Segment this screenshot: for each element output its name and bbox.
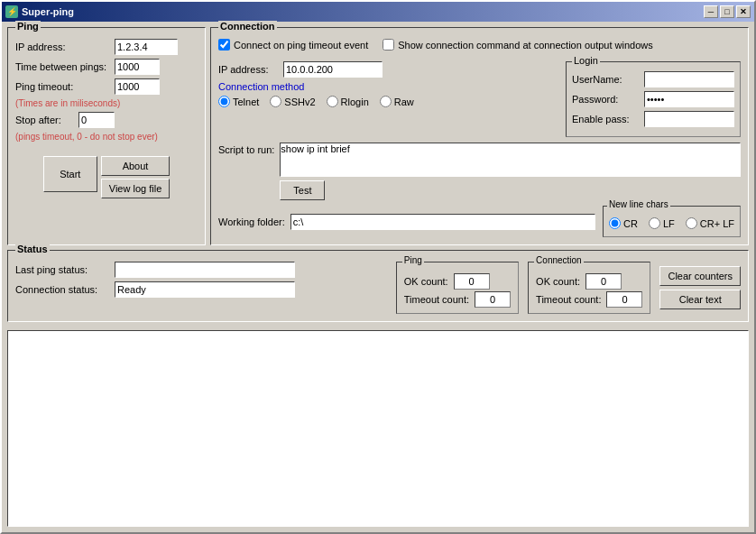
log-textarea[interactable]: [7, 330, 749, 527]
close-button[interactable]: ✕: [736, 5, 751, 18]
newline-radio-row: CR LF CR+ LF: [609, 217, 734, 229]
conn-ok-input: [585, 273, 622, 290]
radio-sshv2[interactable]: [270, 96, 281, 107]
raw-label: Raw: [394, 97, 414, 107]
show-conn-cmd-checkbox[interactable]: [383, 39, 394, 51]
test-button[interactable]: Test: [280, 180, 325, 200]
conn-timeout-label: Timeout count:: [536, 294, 601, 305]
crlf-label: CR+ LF: [700, 218, 734, 229]
conn-ok-label: OK count:: [536, 276, 580, 287]
stop-after-label: Stop after:: [15, 115, 78, 125]
ip-label: IP address:: [15, 41, 115, 52]
ping-ip-input[interactable]: [115, 39, 178, 55]
conn-ok-row: OK count:: [536, 273, 642, 290]
clear-counters-button[interactable]: Clear counters: [659, 266, 741, 286]
conn-ip-row: IP address:: [218, 61, 549, 78]
ping-status-group: Ping OK count: Timeout count:: [396, 262, 519, 314]
username-row: UserName:: [572, 71, 734, 87]
time-between-input[interactable]: [115, 59, 160, 75]
username-input[interactable]: [644, 71, 734, 87]
conn-status-input: [115, 281, 295, 298]
status-panel-title: Status: [15, 244, 50, 254]
ping-timeout-row: Timeout count:: [404, 291, 511, 308]
window-title: Super-ping: [22, 6, 74, 17]
conn-status-group: Connection OK count: Timeout count:: [528, 262, 650, 314]
sshv2-label: SSHv2: [284, 97, 315, 107]
login-title: Login: [572, 55, 600, 66]
main-content: Ping IP address: Time between pings: Pin…: [2, 22, 754, 532]
conn-left: IP address: Connection method Telnet: [218, 61, 549, 111]
password-input[interactable]: [644, 91, 734, 107]
last-ping-row: Last ping status:: [15, 262, 387, 278]
connect-on-ping-checkbox[interactable]: [218, 39, 230, 51]
about-button[interactable]: About: [101, 156, 171, 176]
stop-hint: (pings timeout, 0 - do not stop ever): [15, 132, 198, 142]
clear-buttons: Clear counters Clear text: [659, 262, 741, 314]
method-radio-row: Telnet SSHv2 Rlogin: [218, 96, 549, 107]
ping-ok-input: [454, 273, 490, 290]
ping-panel: Ping IP address: Time between pings: Pin…: [7, 27, 206, 245]
radio-rlogin[interactable]: [327, 96, 338, 107]
times-hint: (Times are in miliseconds): [15, 98, 198, 108]
method-telnet: Telnet: [218, 96, 259, 107]
connect-on-ping-row: Connect on ping timeout event: [218, 39, 368, 51]
show-conn-cmd-label: Show connection command at connection ou…: [398, 40, 653, 51]
last-ping-label: Last ping status:: [15, 264, 115, 275]
minimize-button[interactable]: ─: [704, 5, 718, 18]
start-button-row: Start About View log file: [15, 156, 198, 198]
conn-status-label: Connection status:: [15, 284, 115, 295]
conn-ip-input[interactable]: [283, 61, 383, 78]
ping-ok-label: OK count:: [404, 276, 448, 287]
title-buttons: ─ □ ✕: [704, 5, 751, 18]
enable-pass-input[interactable]: [644, 111, 734, 127]
radio-lf[interactable]: [649, 217, 660, 229]
radio-cr[interactable]: [609, 217, 621, 229]
maximize-button[interactable]: □: [720, 5, 734, 18]
app-icon: ⚡: [5, 5, 18, 18]
newline-chars-title: New line chars: [607, 199, 670, 209]
working-folder-label: Working folder:: [218, 216, 285, 227]
newline-lf: LF: [649, 217, 675, 229]
last-ping-input: [115, 262, 295, 278]
status-panel: Status Last ping status: Connection stat…: [7, 250, 749, 322]
radio-raw[interactable]: [380, 96, 392, 107]
rlogin-label: Rlogin: [341, 97, 369, 107]
start-button[interactable]: Start: [43, 156, 97, 192]
ping-timeout-input[interactable]: [115, 78, 160, 95]
timeout-row: Ping timeout:: [15, 78, 198, 95]
radio-crlf[interactable]: [686, 217, 697, 229]
main-window: ⚡ Super-ping ─ □ ✕ Ping IP address: Time…: [0, 0, 756, 534]
stop-after-row: Stop after:: [15, 112, 198, 128]
script-area-container: show ip int brief Test: [280, 143, 741, 200]
ping-timeout-label: Ping timeout:: [15, 81, 115, 92]
password-row: Password:: [572, 91, 734, 107]
ip-row: IP address:: [15, 39, 198, 55]
newline-crlf: CR+ LF: [686, 217, 734, 229]
newline-cr: CR: [609, 217, 638, 229]
username-label: UserName:: [572, 74, 644, 85]
time-between-label: Time between pings:: [15, 61, 115, 72]
method-sshv2: SSHv2: [270, 96, 315, 107]
connection-panel-title: Connection: [218, 21, 277, 32]
title-bar-left: ⚡ Super-ping: [5, 5, 74, 18]
status-content: Last ping status: Connection status: Pin…: [15, 262, 741, 314]
working-folder-input[interactable]: [290, 214, 595, 230]
top-row: Ping IP address: Time between pings: Pin…: [7, 27, 749, 245]
method-rlogin: Rlogin: [327, 96, 369, 107]
radio-telnet[interactable]: [218, 96, 230, 107]
conn-timeout-row: Timeout count:: [536, 291, 642, 308]
conn-group-title: Connection: [534, 255, 584, 265]
ping-timeout-label: Timeout count:: [404, 294, 469, 305]
stop-after-input[interactable]: [78, 112, 115, 128]
connect-on-ping-label: Connect on ping timeout event: [234, 40, 368, 51]
newline-box: New line chars CR LF: [603, 206, 741, 237]
clear-text-button[interactable]: Clear text: [659, 290, 741, 309]
ping-group-title: Ping: [402, 255, 424, 265]
view-log-button[interactable]: View log file: [101, 179, 171, 198]
show-conn-cmd-row: Show connection command at connection ou…: [383, 39, 653, 51]
enable-pass-row: Enable pass:: [572, 111, 734, 127]
script-row: Script to run: show ip int brief Test: [218, 143, 741, 200]
connection-panel: Connection Connect on ping timeout event…: [210, 27, 749, 245]
enable-pass-label: Enable pass:: [572, 114, 644, 124]
script-textarea[interactable]: show ip int brief: [280, 143, 741, 177]
